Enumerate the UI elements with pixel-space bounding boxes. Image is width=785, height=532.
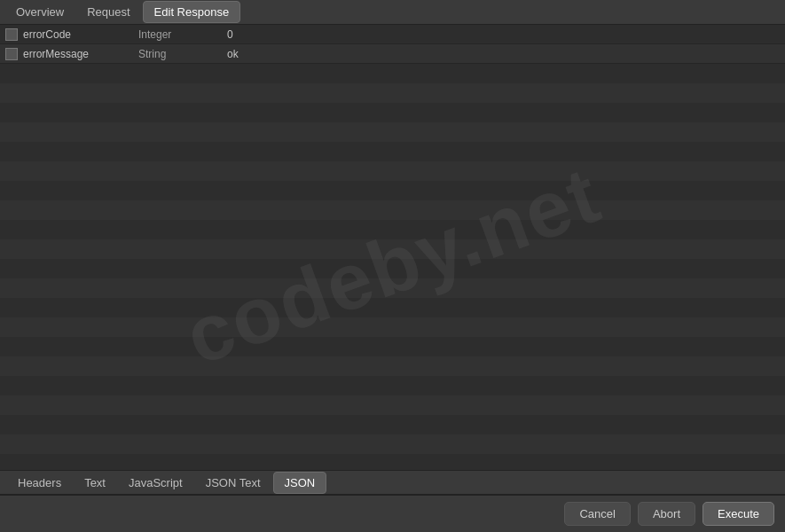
stripe-row xyxy=(0,278,785,298)
tab-headers[interactable]: Headers xyxy=(7,473,72,493)
stripe-row xyxy=(0,415,785,434)
top-tab-bar: Overview Request Edit Response xyxy=(0,0,785,25)
striped-area xyxy=(0,64,785,532)
execute-button[interactable]: Execute xyxy=(703,502,774,526)
stripe-row xyxy=(0,337,785,356)
row-icon-errormessage xyxy=(5,48,18,60)
main-wrapper: Overview Request Edit Response errorCode… xyxy=(0,0,785,532)
errorcode-type: Integer xyxy=(138,28,227,41)
errormessage-label: errorMessage xyxy=(23,48,89,60)
stripe-row xyxy=(0,220,785,239)
stripe-row xyxy=(0,395,785,415)
stripe-row xyxy=(0,356,785,376)
errorcode-label: errorCode xyxy=(23,28,71,41)
table-area: errorCode Integer 0 errorMessage String … xyxy=(0,25,785,64)
stripe-row xyxy=(0,259,785,278)
stripe-row xyxy=(0,200,785,220)
col-name-errorcode: errorCode xyxy=(5,28,138,41)
stripe-row xyxy=(0,64,785,83)
col-name-errormessage: errorMessage xyxy=(5,48,138,60)
stripe-row xyxy=(0,298,785,317)
errorcode-value: 0 xyxy=(227,28,780,41)
tab-text[interactable]: Text xyxy=(74,473,116,493)
stripe-row xyxy=(0,142,785,161)
stripe-row xyxy=(0,103,785,122)
stripe-row xyxy=(0,434,785,454)
table-row: errorMessage String ok xyxy=(0,44,785,64)
tab-json-text[interactable]: JSON Text xyxy=(195,473,271,493)
stripe-row xyxy=(0,239,785,259)
tab-json[interactable]: JSON xyxy=(273,472,327,494)
stripe-row xyxy=(0,122,785,142)
stripe-row xyxy=(0,317,785,337)
tab-edit-response[interactable]: Edit Response xyxy=(143,1,241,23)
stripe-row xyxy=(0,376,785,395)
action-bar: Cancel Abort Execute xyxy=(0,495,785,532)
row-icon-errorcode xyxy=(5,28,18,41)
tab-overview[interactable]: Overview xyxy=(5,2,75,22)
errormessage-type: String xyxy=(138,48,227,60)
bottom-tab-bar: Headers Text JavaScript JSON Text JSON xyxy=(0,470,785,495)
table-row: errorCode Integer 0 xyxy=(0,25,785,44)
stripe-row xyxy=(0,181,785,200)
stripe-row xyxy=(0,83,785,103)
errormessage-value: ok xyxy=(227,48,780,60)
tab-request[interactable]: Request xyxy=(76,2,140,22)
abort-button[interactable]: Abort xyxy=(638,502,695,526)
stripe-row xyxy=(0,161,785,181)
tab-javascript[interactable]: JavaScript xyxy=(118,473,193,493)
cancel-button[interactable]: Cancel xyxy=(564,502,630,526)
